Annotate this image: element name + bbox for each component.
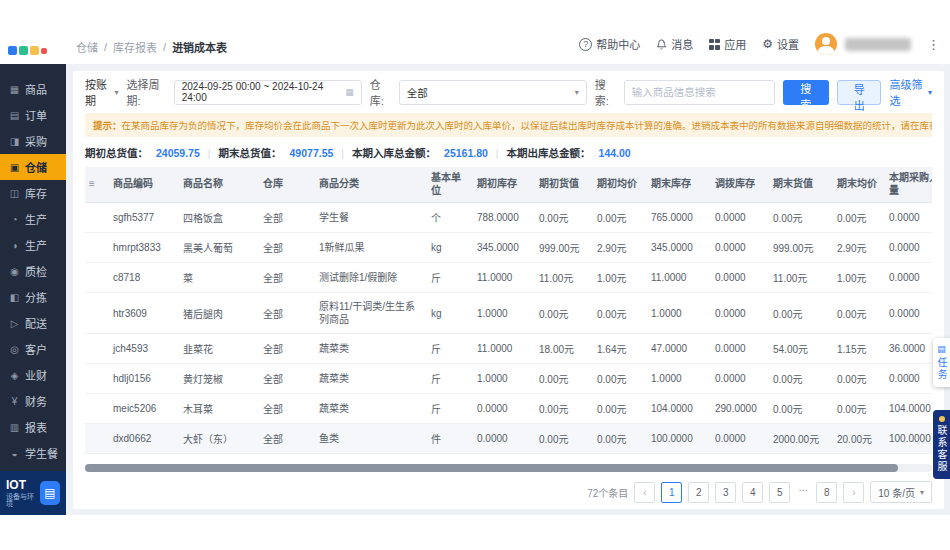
table-row[interactable]: c8718菜全部测试删除1/假删除斤11.000011.00元1.00元11.0…	[85, 263, 932, 293]
cell-12: 0.0000	[885, 233, 932, 263]
table-row[interactable]: dxd0662大虾（东）全部鱼类件0.00000.00元0.00元100.000…	[85, 424, 932, 454]
cell-8: 345.0000	[647, 233, 711, 263]
help-center-button[interactable]: ? 帮助中心	[579, 36, 640, 52]
cell-3: 1新鲜瓜果	[315, 233, 427, 263]
page-title: 进销成本表	[172, 39, 227, 55]
cell-1: 大虾（东）	[179, 424, 259, 454]
scrollbar-thumb[interactable]	[85, 464, 898, 472]
calendar-icon: ▦	[345, 87, 354, 97]
cell-9: 0.0000	[711, 233, 769, 263]
notice-text: 在某商品库存为负的情况下，库存均价会在此商品下一次入库时更新为此次入库时的入库单…	[122, 120, 932, 131]
notice-label: 提示：	[93, 120, 122, 131]
sidebar-item-orders[interactable]: ▤订单	[0, 102, 66, 128]
sidebar-item-quality[interactable]: ◉质检	[0, 258, 66, 284]
horizontal-scrollbar	[85, 464, 932, 472]
table-row[interactable]: hdlj0156黄灯笼椒全部蔬菜类斤1.00000.00元0.00元1.0000…	[85, 364, 932, 394]
quality-icon: ◉	[9, 266, 20, 277]
cell-11: 1.15元	[833, 334, 885, 364]
cell-2: 全部	[259, 454, 315, 462]
page-button-4[interactable]: 4	[742, 482, 763, 503]
page-button-8[interactable]: 8	[816, 482, 837, 503]
next-page-button[interactable]: ›	[843, 482, 864, 503]
settings-button[interactable]: ⚙ 设置	[762, 36, 799, 52]
sidebar-item-label: 生产	[25, 237, 47, 253]
cell-12: 0.0000	[885, 203, 932, 233]
total-count: 72个条目	[587, 485, 628, 500]
advanced-filter-link[interactable]: 高级筛选 ▾	[889, 76, 932, 108]
more-options-icon[interactable]: ⋮	[927, 37, 940, 52]
sidebar-item-label: 商品	[25, 81, 47, 97]
sidebar-item-student-meal[interactable]: ◒学生餐	[0, 440, 66, 466]
page-button-2[interactable]: 2	[688, 482, 709, 503]
cell-3: 测试删除1/假删除	[315, 263, 427, 293]
prev-page-button[interactable]: ‹	[634, 482, 655, 503]
sidebar-item-reports[interactable]: ▥报表	[0, 414, 66, 440]
sidebar-item-customers[interactable]: ◎客户	[0, 336, 66, 362]
cell-1: 黄灯笼椒	[179, 364, 259, 394]
gear-icon: ⚙	[762, 38, 773, 50]
table-row[interactable]: sgfh5377四格饭盒全部学生餐个788.00000.00元0.00元765.…	[85, 203, 932, 233]
cell-7: 1.00元	[593, 263, 647, 293]
sidebar-item-inventory[interactable]: ◫库存	[0, 180, 66, 206]
customer-service-float-tab[interactable]: 联系客服	[933, 410, 950, 479]
period-mode-dropdown[interactable]: 按账期 ▾	[85, 76, 118, 108]
warehouse-label: 仓库:	[370, 76, 391, 108]
app-window: 仓储 / 库存报表 / 进销成本表 ? 帮助中心 消息 应用 ⚙ 设置	[0, 0, 950, 515]
sidebar-item-goods[interactable]: ▦商品	[0, 76, 66, 102]
page-size-select[interactable]: 10 条/页 ▾	[870, 481, 932, 503]
body-row: ▦商品▤订单◨采购▣仓储◫库存◔生产◑生产◉质检◧分拣▷配送◎客户◈业财¥财务▥…	[0, 64, 950, 515]
table-row[interactable]: htr3609猪后腿肉全部原料11/干调类/生生系列商品kg1.00000.00…	[85, 293, 932, 334]
warehouse-select[interactable]: 全部 ▾	[399, 80, 587, 105]
cell-2: 全部	[259, 364, 315, 394]
export-button[interactable]: 导出	[837, 80, 881, 105]
cell-11: 0.00元	[833, 394, 885, 424]
tasks-float-tab[interactable]: ▤ 任务	[933, 338, 950, 387]
page-button-3[interactable]: 3	[715, 482, 736, 503]
table-row[interactable]: jch4593韭菜花全部蔬菜类斤11.000018.00元1.64元47.000…	[85, 334, 932, 364]
breadcrumb-warehouse[interactable]: 仓储	[76, 39, 98, 55]
cell-9: 0.0000	[711, 263, 769, 293]
date-range-input[interactable]: 2024-09-25 00:00 ~ 2024-10-24 24:00 ▦	[174, 80, 362, 105]
sidebar-item-purchase[interactable]: ◨采购	[0, 128, 66, 154]
sidebar-item-label: 客户	[25, 341, 47, 357]
cell-7: 0.00元	[593, 394, 647, 424]
column-header-10: 期末货值	[769, 167, 833, 203]
breadcrumb-inventory-reports[interactable]: 库存报表	[113, 39, 157, 55]
avatar[interactable]	[815, 33, 837, 55]
cell-6: 0.00元	[535, 364, 593, 394]
cell-10: 0.00元	[769, 203, 833, 233]
cell-10: 54.00元	[769, 334, 833, 364]
column-header-5: 期初库存	[473, 167, 535, 203]
page-button-1[interactable]: 1	[661, 482, 682, 503]
sidebar-item-biz-finance[interactable]: ◈业财	[0, 362, 66, 388]
filter-bar: 按账期 ▾ 选择周期: 2024-09-25 00:00 ~ 2024-10-2…	[85, 71, 932, 113]
cell-9: 0.0000	[711, 334, 769, 364]
sidebar-item-production[interactable]: ◔生产	[0, 206, 66, 232]
page-button-5[interactable]: 5	[769, 482, 790, 503]
sidebar-item-production-2[interactable]: ◑生产	[0, 232, 66, 258]
column-settings-icon[interactable]: ≡	[89, 178, 95, 189]
search-button[interactable]: 搜索	[783, 80, 829, 105]
column-header-6: 期初货值	[535, 167, 593, 203]
cell-6: 18.00元	[535, 334, 593, 364]
summary-label: 期末总货值：	[219, 145, 282, 160]
cell-7: 0.00元	[593, 454, 647, 462]
table-row[interactable]: td7524土豆全部蔬菜类斤0.00000.00元0.00元0.00000.00…	[85, 454, 932, 462]
apps-button[interactable]: 应用	[709, 36, 746, 52]
sidebar-item-delivery[interactable]: ▷配送	[0, 310, 66, 336]
iot-panel[interactable]: IOT 设备与环境 ▤	[0, 471, 66, 515]
sidebar-item-warehouse[interactable]: ▣仓储	[0, 154, 66, 180]
summary-bar: 期初总货值：24059.75 | 期末总货值：49077.55 | 本期入库总金…	[85, 137, 932, 167]
sidebar-item-sorting[interactable]: ◧分拣	[0, 284, 66, 310]
logo-bar-yellow	[30, 46, 39, 55]
search-input[interactable]	[624, 80, 775, 105]
table-row[interactable]: hmrpt3833黑美人葡萄全部1新鲜瓜果kg345.0000999.00元2.…	[85, 233, 932, 263]
username-blurred	[845, 38, 911, 51]
sidebar-item-finance[interactable]: ¥财务	[0, 388, 66, 414]
table-row[interactable]: meic5206木耳菜全部蔬菜类斤0.00000.00元0.00元104.000…	[85, 394, 932, 424]
cell-11: 20.00元	[833, 424, 885, 454]
cell-1: 木耳菜	[179, 394, 259, 424]
page-ellipsis: …	[796, 482, 810, 503]
biz-finance-icon: ◈	[9, 370, 20, 381]
messages-button[interactable]: 消息	[656, 36, 693, 52]
